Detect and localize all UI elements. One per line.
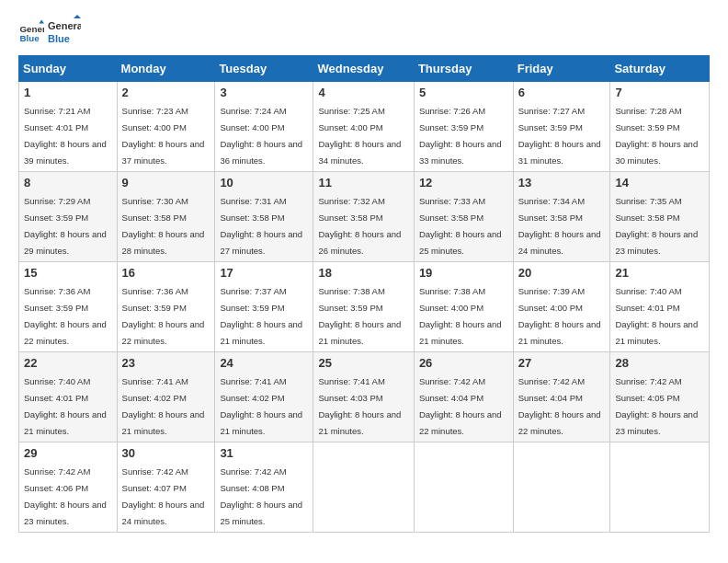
day-number: 30 (122, 446, 210, 460)
weekday-header-monday: Monday (117, 56, 215, 82)
day-info: Sunrise: 7:26 AMSunset: 3:59 PMDaylight:… (419, 106, 502, 166)
day-cell: 28 Sunrise: 7:42 AMSunset: 4:05 PMDaylig… (610, 352, 710, 442)
day-info: Sunrise: 7:42 AMSunset: 4:04 PMDaylight:… (419, 376, 502, 436)
day-info: Sunrise: 7:27 AMSunset: 3:59 PMDaylight:… (518, 106, 601, 166)
week-row-1: 1 Sunrise: 7:21 AMSunset: 4:01 PMDayligh… (19, 82, 710, 172)
day-number: 9 (122, 176, 210, 190)
week-row-3: 15 Sunrise: 7:36 AMSunset: 3:59 PMDaylig… (19, 262, 710, 352)
day-info: Sunrise: 7:36 AMSunset: 3:59 PMDaylight:… (24, 286, 107, 346)
day-info: Sunrise: 7:41 AMSunset: 4:03 PMDaylight:… (318, 376, 401, 436)
day-cell: 12 Sunrise: 7:33 AMSunset: 3:58 PMDaylig… (414, 172, 513, 262)
day-info: Sunrise: 7:31 AMSunset: 3:58 PMDaylight:… (220, 196, 302, 256)
day-number: 3 (220, 86, 308, 99)
day-cell: 25 Sunrise: 7:41 AMSunset: 4:03 PMDaylig… (313, 352, 414, 442)
day-cell: 29 Sunrise: 7:42 AMSunset: 4:06 PMDaylig… (19, 442, 118, 533)
day-info: Sunrise: 7:42 AMSunset: 4:04 PMDaylight:… (518, 376, 601, 436)
day-cell: 3 Sunrise: 7:24 AMSunset: 4:00 PMDayligh… (215, 82, 313, 172)
svg-marker-4 (74, 15, 81, 18)
week-row-2: 8 Sunrise: 7:29 AMSunset: 3:59 PMDayligh… (19, 172, 710, 262)
day-number: 27 (518, 356, 606, 370)
day-cell: 17 Sunrise: 7:37 AMSunset: 3:59 PMDaylig… (215, 262, 313, 352)
day-number: 18 (318, 266, 408, 280)
day-number: 17 (220, 266, 308, 280)
day-info: Sunrise: 7:39 AMSunset: 4:00 PMDaylight:… (518, 286, 601, 346)
header: General Blue General Blue (18, 15, 710, 48)
day-number: 2 (122, 86, 210, 99)
weekday-header-thursday: Thursday (414, 56, 513, 82)
day-number: 8 (24, 176, 112, 190)
day-info: Sunrise: 7:38 AMSunset: 4:00 PMDaylight:… (419, 286, 502, 346)
day-number: 23 (122, 356, 210, 370)
logo-bird-icon: General Blue (48, 15, 81, 48)
day-info: Sunrise: 7:37 AMSunset: 3:59 PMDaylight:… (220, 286, 302, 346)
day-cell: 16 Sunrise: 7:36 AMSunset: 3:59 PMDaylig… (117, 262, 215, 352)
day-info: Sunrise: 7:36 AMSunset: 3:59 PMDaylight:… (122, 286, 205, 346)
day-number: 16 (122, 266, 210, 280)
day-number: 22 (24, 356, 112, 370)
day-number: 20 (518, 266, 606, 280)
day-info: Sunrise: 7:40 AMSunset: 4:01 PMDaylight:… (615, 286, 698, 346)
weekday-header-sunday: Sunday (19, 56, 118, 82)
svg-text:Blue: Blue (48, 33, 70, 44)
day-cell: 7 Sunrise: 7:28 AMSunset: 3:59 PMDayligh… (610, 82, 710, 172)
day-cell: 23 Sunrise: 7:41 AMSunset: 4:02 PMDaylig… (117, 352, 215, 442)
day-cell: 15 Sunrise: 7:36 AMSunset: 3:59 PMDaylig… (19, 262, 118, 352)
day-number: 24 (220, 356, 308, 370)
day-cell: 18 Sunrise: 7:38 AMSunset: 3:59 PMDaylig… (313, 262, 414, 352)
day-cell: 24 Sunrise: 7:41 AMSunset: 4:02 PMDaylig… (215, 352, 313, 442)
day-info: Sunrise: 7:41 AMSunset: 4:02 PMDaylight:… (220, 376, 302, 436)
weekday-header-tuesday: Tuesday (215, 56, 313, 82)
day-info: Sunrise: 7:38 AMSunset: 3:59 PMDaylight:… (318, 286, 401, 346)
day-info: Sunrise: 7:29 AMSunset: 3:59 PMDaylight:… (24, 196, 107, 256)
day-info: Sunrise: 7:42 AMSunset: 4:05 PMDaylight:… (615, 376, 698, 436)
day-info: Sunrise: 7:40 AMSunset: 4:01 PMDaylight:… (24, 376, 107, 436)
svg-marker-1 (39, 19, 44, 23)
day-number: 7 (615, 86, 704, 99)
day-number: 10 (220, 176, 308, 190)
day-cell (313, 442, 414, 533)
day-cell: 21 Sunrise: 7:40 AMSunset: 4:01 PMDaylig… (610, 262, 710, 352)
day-info: Sunrise: 7:34 AMSunset: 3:58 PMDaylight:… (518, 196, 601, 256)
day-cell: 13 Sunrise: 7:34 AMSunset: 3:58 PMDaylig… (513, 172, 610, 262)
day-info: Sunrise: 7:25 AMSunset: 4:00 PMDaylight:… (318, 106, 401, 166)
day-cell: 8 Sunrise: 7:29 AMSunset: 3:59 PMDayligh… (19, 172, 118, 262)
day-cell: 20 Sunrise: 7:39 AMSunset: 4:00 PMDaylig… (513, 262, 610, 352)
day-cell: 10 Sunrise: 7:31 AMSunset: 3:58 PMDaylig… (215, 172, 313, 262)
weekday-header-friday: Friday (513, 56, 610, 82)
day-cell: 6 Sunrise: 7:27 AMSunset: 3:59 PMDayligh… (513, 82, 610, 172)
day-info: Sunrise: 7:35 AMSunset: 3:58 PMDaylight:… (615, 196, 698, 256)
weekday-header-wednesday: Wednesday (313, 56, 414, 82)
day-info: Sunrise: 7:23 AMSunset: 4:00 PMDaylight:… (122, 106, 205, 166)
svg-text:General: General (48, 20, 81, 31)
week-row-5: 29 Sunrise: 7:42 AMSunset: 4:06 PMDaylig… (19, 442, 710, 533)
day-cell: 14 Sunrise: 7:35 AMSunset: 3:58 PMDaylig… (610, 172, 710, 262)
day-cell: 5 Sunrise: 7:26 AMSunset: 3:59 PMDayligh… (414, 82, 513, 172)
weekday-header-row: SundayMondayTuesdayWednesdayThursdayFrid… (19, 56, 710, 82)
day-info: Sunrise: 7:42 AMSunset: 4:07 PMDaylight:… (122, 466, 205, 526)
day-cell: 4 Sunrise: 7:25 AMSunset: 4:00 PMDayligh… (313, 82, 414, 172)
day-info: Sunrise: 7:42 AMSunset: 4:06 PMDaylight:… (24, 466, 107, 526)
day-number: 5 (419, 86, 508, 99)
day-cell: 9 Sunrise: 7:30 AMSunset: 3:58 PMDayligh… (117, 172, 215, 262)
day-cell: 11 Sunrise: 7:32 AMSunset: 3:58 PMDaylig… (313, 172, 414, 262)
day-number: 15 (24, 266, 112, 280)
day-cell: 1 Sunrise: 7:21 AMSunset: 4:01 PMDayligh… (19, 82, 118, 172)
day-info: Sunrise: 7:33 AMSunset: 3:58 PMDaylight:… (419, 196, 502, 256)
day-number: 19 (419, 266, 508, 280)
day-number: 28 (615, 356, 704, 370)
day-cell (414, 442, 513, 533)
day-number: 21 (615, 266, 704, 280)
day-number: 1 (24, 86, 112, 99)
day-info: Sunrise: 7:30 AMSunset: 3:58 PMDaylight:… (122, 196, 205, 256)
calendar-body: 1 Sunrise: 7:21 AMSunset: 4:01 PMDayligh… (19, 82, 710, 533)
day-number: 26 (419, 356, 508, 370)
day-number: 31 (220, 446, 308, 460)
day-info: Sunrise: 7:41 AMSunset: 4:02 PMDaylight:… (122, 376, 205, 436)
weekday-header-saturday: Saturday (610, 56, 710, 82)
week-row-4: 22 Sunrise: 7:40 AMSunset: 4:01 PMDaylig… (19, 352, 710, 442)
day-number: 11 (318, 176, 408, 190)
day-cell: 22 Sunrise: 7:40 AMSunset: 4:01 PMDaylig… (19, 352, 118, 442)
svg-text:Blue: Blue (19, 33, 40, 43)
day-info: Sunrise: 7:32 AMSunset: 3:58 PMDaylight:… (318, 196, 401, 256)
calendar-table: SundayMondayTuesdayWednesdayThursdayFrid… (18, 55, 710, 533)
